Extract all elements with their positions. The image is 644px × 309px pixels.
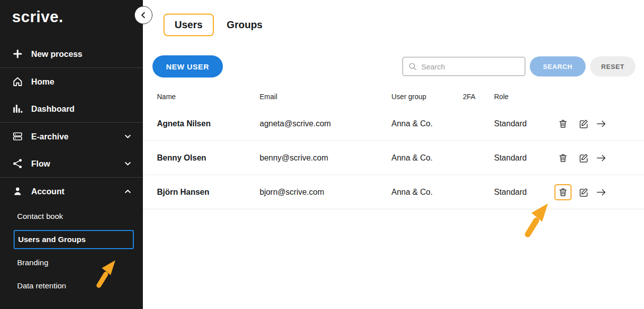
- user-name: Agneta Nilsen: [157, 119, 260, 128]
- table-row: Björn Hansen bjorn@scrive.com Anna & Co.…: [143, 175, 644, 209]
- row-actions: [554, 184, 644, 200]
- user-name: Björn Hansen: [157, 188, 260, 197]
- user-email: benny@scrive.com: [260, 153, 391, 163]
- chevron-down-icon: [124, 160, 132, 168]
- arrow-right-icon: [596, 119, 607, 129]
- search-icon: [408, 62, 417, 71]
- delete-user-button[interactable]: [558, 187, 568, 197]
- open-user-button[interactable]: [596, 119, 607, 129]
- sidebar-nav: New process Home Dashboard E-archive: [0, 40, 143, 297]
- sidebar-subitem-label: Contact book: [17, 212, 63, 221]
- sidebar: scrive. New process Home Dashboard: [0, 0, 143, 309]
- arrow-right-icon: [596, 153, 607, 163]
- user-group: Anna & Co.: [391, 119, 463, 128]
- collapse-sidebar-button[interactable]: [134, 6, 152, 24]
- search-button[interactable]: SEARCH: [530, 56, 586, 76]
- toolbar: NEW USER SEARCH RESET: [143, 55, 644, 78]
- scrive-logo: scrive.: [0, 0, 143, 26]
- edit-icon: [579, 119, 589, 129]
- sidebar-subitem-label: Data retention: [17, 281, 66, 290]
- arrow-right-icon: [596, 187, 607, 197]
- sidebar-item-label: Home: [31, 77, 54, 87]
- main-content: Users Groups NEW USER SEARCH RESET Name …: [143, 0, 644, 309]
- bar-chart-icon: [12, 103, 23, 114]
- search-field[interactable]: [403, 57, 525, 76]
- tab-groups[interactable]: Groups: [227, 14, 263, 36]
- sidebar-item-dashboard[interactable]: Dashboard: [0, 95, 143, 122]
- chevron-down-icon: [124, 132, 132, 140]
- row-actions: [554, 150, 644, 166]
- tab-bar: Users Groups: [164, 14, 644, 36]
- sidebar-item-label: Account: [31, 187, 64, 196]
- column-header-role: Role: [494, 93, 554, 101]
- delete-user-button[interactable]: [558, 153, 568, 163]
- sidebar-item-new-process[interactable]: New process: [0, 40, 143, 67]
- edit-icon: [579, 153, 589, 163]
- chevron-left-icon: [139, 11, 147, 19]
- table-row: Benny Olsen benny@scrive.com Anna & Co. …: [143, 141, 644, 175]
- user-email: bjorn@scrive.com: [260, 188, 391, 197]
- open-user-button[interactable]: [596, 153, 607, 163]
- sidebar-subitem-label: Branding: [17, 258, 48, 267]
- user-icon: [12, 186, 23, 197]
- sidebar-subitem-contact-book[interactable]: Contact book: [0, 205, 143, 228]
- open-user-button[interactable]: [596, 187, 607, 197]
- plus-icon: [12, 48, 23, 59]
- column-header-email: Email: [260, 93, 391, 101]
- user-role: Standard: [494, 188, 554, 197]
- edit-user-button[interactable]: [579, 187, 589, 197]
- archive-icon: [12, 131, 23, 142]
- sidebar-item-label: E-archive: [31, 132, 68, 141]
- user-name: Benny Olsen: [157, 153, 260, 163]
- chevron-up-icon: [124, 187, 132, 195]
- sidebar-item-label: Dashboard: [31, 104, 74, 114]
- sidebar-subitem-users-and-groups[interactable]: Users and Groups: [0, 228, 143, 251]
- sidebar-subitem-branding[interactable]: Branding: [0, 251, 143, 274]
- trash-icon: [558, 153, 568, 163]
- active-item-outline: Users and Groups: [14, 230, 134, 249]
- search-input[interactable]: [421, 62, 517, 71]
- tab-users[interactable]: Users: [164, 14, 214, 36]
- flow-icon: [12, 158, 23, 169]
- new-user-button[interactable]: NEW USER: [152, 55, 223, 78]
- sidebar-item-account[interactable]: Account: [0, 178, 143, 205]
- column-header-user-group: User group: [391, 93, 463, 101]
- sidebar-subitem-data-retention[interactable]: Data retention: [0, 274, 143, 297]
- home-icon: [12, 76, 23, 87]
- user-role: Standard: [494, 119, 554, 128]
- user-group: Anna & Co.: [391, 188, 463, 197]
- delete-user-button[interactable]: [558, 119, 568, 129]
- sidebar-item-e-archive[interactable]: E-archive: [0, 123, 143, 150]
- edit-user-button[interactable]: [579, 119, 589, 129]
- edit-icon: [579, 187, 589, 197]
- table-header-row: Name Email User group 2FA Role: [143, 87, 644, 107]
- column-header-name: Name: [157, 93, 260, 101]
- sidebar-subitem-label: Users and Groups: [18, 235, 86, 244]
- users-table: Name Email User group 2FA Role Agneta Ni…: [143, 87, 644, 209]
- sidebar-item-label: Flow: [31, 159, 50, 169]
- column-header-2fa: 2FA: [463, 93, 494, 101]
- trash-highlight-box: [554, 184, 572, 200]
- sidebar-item-label: New process: [31, 49, 83, 59]
- reset-button[interactable]: RESET: [590, 56, 635, 76]
- sidebar-item-flow[interactable]: Flow: [0, 150, 143, 177]
- table-row: Agneta Nilsen agneta@scrive.com Anna & C…: [143, 107, 644, 141]
- trash-icon: [558, 119, 568, 129]
- sidebar-item-home[interactable]: Home: [0, 68, 143, 95]
- edit-user-button[interactable]: [579, 153, 589, 163]
- trash-icon: [558, 187, 568, 197]
- row-actions: [554, 116, 644, 132]
- user-email: agneta@scrive.com: [260, 119, 391, 128]
- user-role: Standard: [494, 153, 554, 163]
- user-group: Anna & Co.: [391, 153, 463, 163]
